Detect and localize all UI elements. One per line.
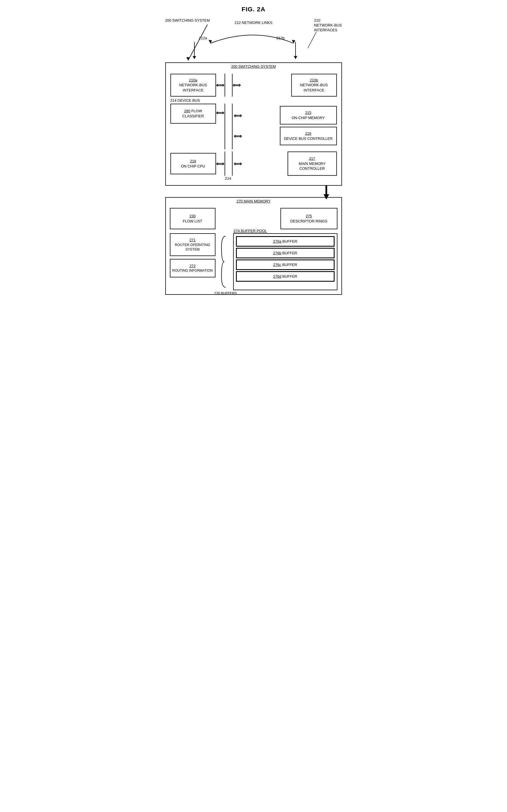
svg-line-4 — [308, 32, 316, 48]
block-271: 271 ROUTER OPERATING SYSTEM — [170, 233, 216, 256]
block-217: 217 MAIN MEMORY CONTROLLER — [288, 151, 337, 176]
switching-system-box: 200 SWITCHING SYSTEM 210a NETWORK-BUSINT… — [165, 62, 342, 186]
block-210b: 210b NETWORK-BUSINTERFACE — [291, 74, 337, 97]
block-215: 215 ON-CHIP MEMORY — [280, 106, 337, 124]
page: FIG. 2A 200 SWITCHING SYSTEM — [165, 6, 342, 295]
network-bus-interfaces-label: 210 NETWORK-BUS INTERFACES — [314, 18, 342, 33]
buffer-276a: 276a 276a BUFFERBUFFER — [236, 236, 335, 247]
switching-system-inner-label: 200 SWITCHING SYSTEM — [231, 64, 276, 69]
block-216: 216 DEVICE BUS CONTROLLER — [280, 127, 337, 145]
bus-bottom-label: 214 — [225, 176, 337, 181]
block-230: 230 FLOW LIST — [170, 208, 216, 229]
network-links-label: 212 NETWORK LINKS — [234, 20, 273, 25]
block-210a: 210a NETWORK-BUSINTERFACE — [170, 74, 216, 97]
block-272: 272 ROUTING INFORMATION — [170, 259, 216, 277]
figure-title: FIG. 2A — [165, 6, 342, 13]
link-b-label: 212b — [276, 36, 285, 40]
buffer-276d: 276d BUFFER — [236, 271, 335, 282]
link-a-label: 212a — [199, 36, 207, 40]
svg-line-0 — [188, 24, 208, 60]
main-memory-label: 270 MAIN MEMORY — [236, 199, 271, 203]
buffer-276c: 276c BUFFER — [236, 259, 335, 270]
buffers-label: 276 BUFFERS — [214, 291, 237, 295]
block-280: 280 FLOW CLASSIFIER — [170, 104, 216, 124]
device-bus-label: 214 DEVICE BUS — [170, 98, 337, 103]
block-218: 218 ON CHIP CPU — [170, 153, 216, 174]
main-memory-box: 270 MAIN MEMORY 230 FLOW LIST 275 DESCRI… — [165, 197, 342, 295]
buffer-276b: 276b BUFFER — [236, 248, 335, 258]
block-275: 275 DESCRIPTOR RINGS — [280, 208, 337, 229]
buffer-pool-label: 274 BUFFER POOL — [234, 229, 267, 233]
